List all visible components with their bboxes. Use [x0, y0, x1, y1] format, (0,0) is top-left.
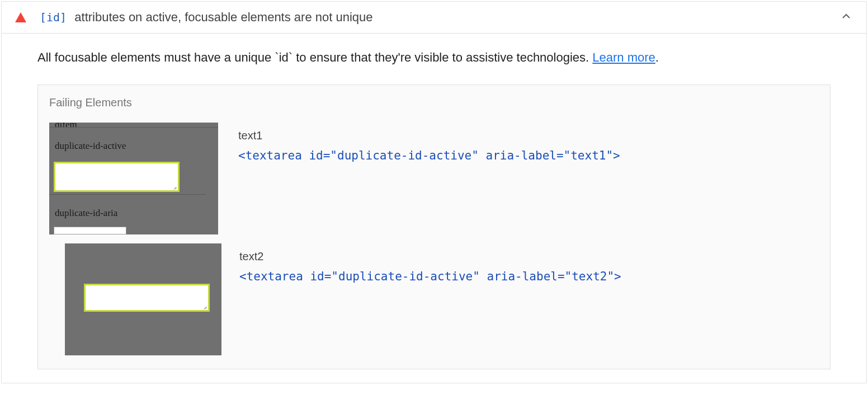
- audit-title: [id] attributes on active, focusable ele…: [40, 10, 839, 25]
- element-thumbnail: difem duplicate-id-active duplicate-id-a…: [49, 123, 218, 234]
- element-code-snippet: <textarea id="duplicate-id-active" aria-…: [238, 149, 620, 162]
- element-label: text1: [238, 129, 620, 142]
- chevron-up-icon[interactable]: [839, 10, 853, 25]
- thumb-text: duplicate-id-active: [55, 140, 126, 152]
- thumb-highlighted-element: [54, 162, 180, 192]
- description-text: All focusable elements must have a uniqu…: [37, 50, 592, 64]
- thumb-text: difem: [55, 123, 77, 130]
- element-label: text2: [239, 250, 621, 263]
- element-thumbnail: [65, 243, 221, 355]
- failing-element-row[interactable]: text2 <textarea id="duplicate-id-active"…: [38, 239, 830, 360]
- failing-element-details: text1 <textarea id="duplicate-id-active"…: [238, 123, 620, 162]
- audit-title-text: attributes on active, focusable elements…: [71, 10, 372, 24]
- learn-more-link[interactable]: Learn more: [592, 50, 655, 64]
- thumb-divider: [49, 194, 206, 195]
- resize-handle-icon: [202, 304, 207, 309]
- thumb-divider: [49, 127, 218, 128]
- failing-element-row[interactable]: difem duplicate-id-active duplicate-id-a…: [38, 118, 830, 239]
- thumb-input-box: [54, 227, 126, 234]
- audit-description: All focusable elements must have a uniqu…: [37, 49, 831, 67]
- audit-panel: [id] attributes on active, focusable ele…: [1, 1, 867, 383]
- audit-body: All focusable elements must have a uniqu…: [2, 34, 866, 383]
- audit-header[interactable]: [id] attributes on active, focusable ele…: [2, 2, 866, 34]
- thumb-highlighted-element: [84, 284, 210, 312]
- error-triangle-icon: [15, 12, 26, 22]
- failing-elements-header: Failing Elements: [38, 96, 830, 118]
- failing-elements-panel: Failing Elements difem duplicate-id-acti…: [37, 85, 831, 369]
- thumb-text: duplicate-id-aria: [55, 208, 117, 219]
- failing-element-details: text2 <textarea id="duplicate-id-active"…: [239, 243, 621, 283]
- element-code-snippet: <textarea id="duplicate-id-active" aria-…: [239, 270, 621, 283]
- resize-handle-icon: [172, 185, 177, 189]
- id-code-badge: [id]: [40, 11, 67, 24]
